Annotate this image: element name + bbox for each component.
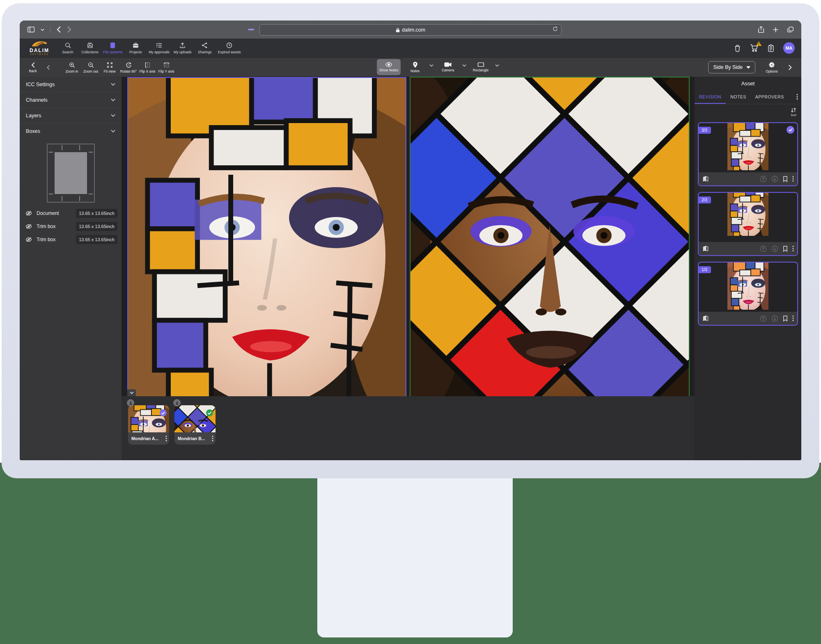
owner-avatar-icon [127, 399, 134, 406]
kebab-menu-icon[interactable] [212, 436, 213, 441]
box-row-trim-1: Trim box 13.65 x 13.65inch [20, 220, 122, 233]
show-notes-button[interactable]: Show Notes [377, 59, 401, 75]
kebab-menu-icon[interactable] [796, 90, 801, 104]
nav-item-my-uploads[interactable]: My uploads [172, 41, 194, 55]
chevron-down-icon [746, 66, 750, 69]
sidebar-toggle-icon[interactable] [27, 26, 35, 33]
user-avatar[interactable]: MA [783, 42, 795, 54]
address-bar[interactable]: dalim.com [259, 24, 562, 36]
rotate-icon [125, 62, 132, 69]
chevron-down-icon[interactable] [41, 28, 44, 31]
rectangle-tool-button[interactable]: Rectangle [469, 59, 493, 75]
bookmark-icon[interactable] [783, 315, 788, 322]
search-icon [64, 42, 71, 49]
compare-revision-icon[interactable] [702, 245, 709, 252]
approved-check-icon [206, 409, 213, 416]
eye-off-icon[interactable] [25, 224, 32, 229]
section-icc-settings[interactable]: ICC Settings [20, 77, 122, 92]
rectangle-menu-caret-icon[interactable] [495, 64, 499, 67]
share-icon[interactable] [758, 26, 764, 33]
trash-icon[interactable] [734, 44, 741, 52]
zoom-out-button[interactable]: Zoom out [81, 62, 100, 73]
flip-x-button[interactable]: Flip X axis [138, 62, 157, 73]
browser-chrome: dalim.com [20, 21, 801, 39]
thumbnail [727, 263, 768, 311]
nav-item-projects[interactable]: Projects [124, 41, 147, 55]
filmstrip-item-mondrian-a[interactable]: Mondrian A... [128, 405, 169, 445]
reload-icon[interactable] [553, 26, 558, 32]
approved-check-icon [787, 126, 794, 134]
kebab-menu-icon[interactable] [792, 246, 794, 251]
options-button[interactable]: Options [763, 61, 781, 73]
filmstrip-collapse-button[interactable] [127, 389, 136, 396]
chevron-left-icon [31, 62, 35, 68]
section-channels[interactable]: Channels [20, 92, 122, 108]
eye-off-icon[interactable] [25, 210, 32, 216]
camera-tool-button[interactable]: Camera [436, 59, 460, 75]
upload-icon [179, 42, 186, 49]
rotate-90-button[interactable]: Rotate 90° [119, 62, 138, 73]
nav-item-collections[interactable]: Collections [79, 41, 101, 55]
revision-card-1[interactable]: 1/3 [698, 262, 798, 326]
camera-menu-caret-icon[interactable] [462, 64, 466, 67]
eye-off-icon[interactable] [25, 237, 32, 242]
download-revision-icon[interactable] [771, 176, 778, 183]
owner-avatar-icon [173, 399, 181, 406]
nav-item-sharings[interactable]: Sharings [194, 41, 216, 55]
dalim-logo[interactable]: DALIM SOFTWARE [24, 41, 55, 56]
notes-tool-button[interactable]: Notes [403, 59, 427, 75]
promote-revision-icon[interactable] [760, 176, 767, 183]
image-b-viewport[interactable] [410, 77, 690, 397]
expand-panel-icon[interactable] [788, 64, 792, 71]
collapse-panel-button[interactable] [41, 65, 55, 70]
inspector-panel: ICC Settings Channels Layers Boxes Docum… [20, 77, 122, 460]
view-mode-select[interactable]: Side By Side [708, 61, 755, 73]
pinned-tab-indicator[interactable] [248, 29, 254, 30]
nav-item-expired-assets[interactable]: Expired assets [216, 41, 243, 55]
list-check-icon [156, 42, 163, 49]
bookmark-icon[interactable] [783, 176, 788, 182]
compare-revision-icon[interactable] [702, 176, 709, 182]
sort-button[interactable]: Sort [791, 107, 796, 117]
section-layers[interactable]: Layers [20, 108, 122, 123]
zoom-in-icon [69, 62, 76, 69]
clipboard-icon[interactable] [768, 44, 774, 52]
revision-card-2[interactable]: 2/3 [698, 192, 798, 256]
image-a-viewport[interactable] [127, 77, 406, 397]
nav-item-file-systems[interactable]: File systems [101, 41, 124, 55]
briefcase-icon [132, 42, 139, 49]
kebab-menu-icon[interactable] [165, 436, 167, 441]
download-revision-icon[interactable] [771, 245, 778, 252]
download-revision-icon[interactable] [771, 315, 778, 322]
tab-approvers[interactable]: APPROVERS [751, 90, 789, 104]
nav-item-my-approvals[interactable]: My approvals [147, 41, 172, 55]
cart-warning-icon [756, 41, 762, 46]
fit-view-button[interactable]: Fit view [100, 62, 119, 73]
tab-overview-icon[interactable] [787, 26, 794, 33]
back-icon[interactable] [56, 26, 61, 33]
box-row-document: Document 13.65 x 13.65inch [20, 207, 122, 220]
promote-revision-icon[interactable] [760, 245, 767, 252]
flip-y-button[interactable]: Flip Y axis [157, 62, 176, 73]
section-boxes[interactable]: Boxes [20, 123, 122, 139]
eye-icon [385, 62, 392, 67]
kebab-menu-icon[interactable] [792, 315, 794, 321]
back-button[interactable]: Back [25, 62, 41, 73]
forward-icon[interactable] [67, 26, 72, 33]
tab-revision[interactable]: REVISION [695, 90, 726, 104]
promote-revision-icon[interactable] [760, 315, 767, 322]
chevron-down-icon [111, 83, 115, 86]
cart-icon[interactable] [750, 44, 759, 52]
kebab-menu-icon[interactable] [792, 176, 794, 182]
tab-notes[interactable]: NOTES [726, 90, 751, 104]
zoom-in-button[interactable]: Zoom in [62, 62, 81, 73]
revision-card-3[interactable]: 3/3 [698, 122, 798, 186]
new-tab-icon[interactable] [773, 27, 779, 33]
notes-menu-caret-icon[interactable] [429, 64, 433, 67]
share-nodes-icon [201, 42, 208, 49]
bookmark-icon[interactable] [783, 246, 788, 252]
filmstrip-item-mondrian-b[interactable]: Mondrian B... [174, 405, 216, 445]
compare-revision-icon[interactable] [702, 315, 709, 322]
nav-item-search[interactable]: Search [57, 41, 79, 55]
asset-name: Mondrian A... [131, 436, 165, 441]
